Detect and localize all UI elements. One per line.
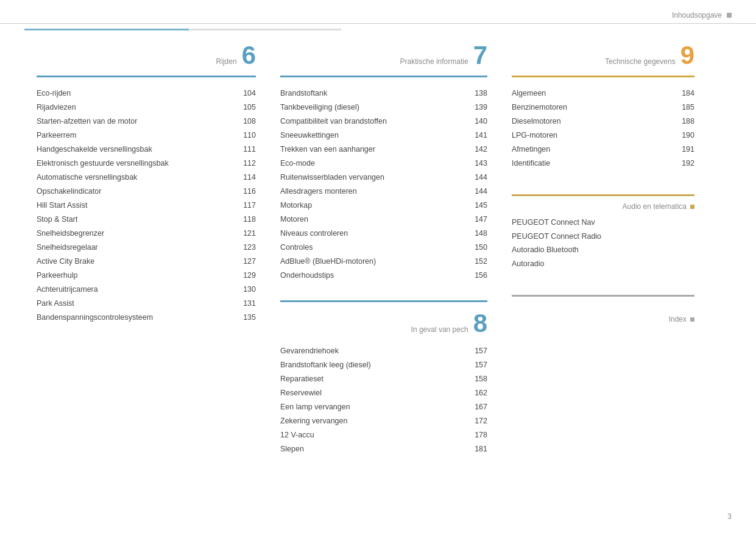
audio-items: PEUGEOT Connect Nav PEUGEOT Connect Radi… <box>512 216 694 270</box>
toc-item: Brandstoftank 138 <box>280 86 487 100</box>
toc-item: Algemeen 184 <box>512 86 694 100</box>
technisch-number: 9 <box>680 43 694 68</box>
toc-item: Slepen 181 <box>280 442 487 456</box>
toc-item: Automatische versnellingsbak 114 <box>37 170 256 184</box>
rijden-number: 6 <box>242 43 256 68</box>
toc-item: Gevarendriehoek 157 <box>280 344 487 358</box>
praktische-title: Praktische informatie <box>280 57 468 66</box>
toc-item: Zekering vervangen 172 <box>280 414 487 428</box>
section-index: Index <box>512 295 694 323</box>
technisch-bar <box>512 76 694 77</box>
toc-item: Tankbeveiliging (diesel) 139 <box>280 100 487 114</box>
toc-item: Afmetingen 191 <box>512 142 694 156</box>
toc-item: Reservewiel 162 <box>280 386 487 400</box>
index-square-icon <box>690 317 694 322</box>
audio-item: PEUGEOT Connect Radio <box>512 230 694 244</box>
section-pech: In geval van pech 8 Gevarendriehoek 157 … <box>280 300 487 456</box>
toc-item: Starten-afzetten van de motor 108 <box>37 114 256 128</box>
pech-title: In geval van pech <box>280 325 468 334</box>
technisch-title: Technische gegevens <box>512 57 676 66</box>
toc-item: 12 V-accu 178 <box>280 428 487 442</box>
toc-item: Allesdragers monteren 144 <box>280 184 487 198</box>
praktische-header: Praktische informatie 7 <box>280 43 487 68</box>
toc-item: Reparatieset 158 <box>280 372 487 386</box>
toc-item: Motorkap 145 <box>280 198 487 212</box>
toc-item: Eco-mode 143 <box>280 156 487 170</box>
toc-item: Parkeerrem 110 <box>37 128 256 142</box>
praktische-bar <box>280 76 487 77</box>
toc-item: Handgeschakelde versnellingsbak 111 <box>37 142 256 156</box>
section-audio: Audio en telematica PEUGEOT Connect Nav … <box>512 194 694 270</box>
section-technisch: Technische gegevens 9 Algemeen 184 Benzi… <box>500 43 694 456</box>
audio-square-icon <box>690 205 694 209</box>
toc-item: Niveaus controleren 148 <box>280 226 487 240</box>
praktische-number: 7 <box>473 43 487 68</box>
index-title: Index <box>669 315 687 323</box>
toc-item: Rijadviezen 105 <box>37 100 256 114</box>
pech-number: 8 <box>473 311 487 336</box>
toc-item: Benzinemotoren 185 <box>512 100 694 114</box>
toc-item: Snelheidsregelaar 123 <box>37 240 256 254</box>
praktische-toc-list: Brandstoftank 138 Tankbeveiliging (diese… <box>280 86 487 282</box>
toc-item: Dieselmotoren 188 <box>512 114 694 128</box>
toc-item: Een lamp vervangen 167 <box>280 400 487 414</box>
toc-item: Brandstoftank leeg (diesel) 157 <box>280 358 487 372</box>
toc-item-park-assist: Park Assist 131 <box>37 296 256 310</box>
section-praktische: Praktische informatie 7 Brandstoftank 13… <box>268 43 500 456</box>
toc-item: Elektronisch gestuurde versnellingsbak 1… <box>37 156 256 170</box>
toc-item: Stop & Start 118 <box>37 212 256 226</box>
toc-item: Sneeuwkettingen 141 <box>280 128 487 142</box>
pech-header: In geval van pech 8 <box>280 311 487 336</box>
toc-item: Parkeerhulp 129 <box>37 268 256 282</box>
page-number: 3 <box>727 512 732 521</box>
technisch-toc-list: Algemeen 184 Benzinemotoren 185 Dieselmo… <box>512 86 694 170</box>
toc-item: Eco-rijden 104 <box>37 86 256 100</box>
audio-bar <box>512 194 694 196</box>
toc-item: Identificatie 192 <box>512 156 694 170</box>
main-content: Rijden 6 Eco-rijden 104 Rijadviezen 105 … <box>0 30 756 468</box>
page-header: Inhoudsopgave <box>0 0 756 24</box>
header-title: Inhoudsopgave <box>672 11 722 19</box>
toc-item-active-city-brake: Active City Brake 127 <box>37 254 256 268</box>
section-rijden: Rijden 6 Eco-rijden 104 Rijadviezen 105 … <box>37 43 268 456</box>
toc-item: LPG-motoren 190 <box>512 128 694 142</box>
toc-item: Controles 150 <box>280 240 487 254</box>
toc-item: Compatibiliteit van brandstoffen 140 <box>280 114 487 128</box>
toc-item: Ruitenwisserbladen vervangen 144 <box>280 170 487 184</box>
audio-item: Autoradio <box>512 257 694 271</box>
rijden-toc-list: Eco-rijden 104 Rijadviezen 105 Starten-a… <box>37 86 256 324</box>
toc-item: Achteruitrijcamera 130 <box>37 282 256 296</box>
toc-item: Opschakelindicator 116 <box>37 184 256 198</box>
toc-item: AdBlue® (BlueHDi-motoren) 152 <box>280 254 487 268</box>
audio-title: Audio en telematica <box>623 202 687 211</box>
rijden-bar <box>37 76 256 77</box>
toc-item: Snelheidsbegrenzer 121 <box>37 226 256 240</box>
rijden-header: Rijden 6 <box>37 43 256 68</box>
rijden-title: Rijden <box>37 57 237 66</box>
toc-item: Trekken van een aanhanger 142 <box>280 142 487 156</box>
toc-item: Onderhoudstips 156 <box>280 268 487 282</box>
index-bar <box>512 295 694 297</box>
toc-item: Bandenspanningscontrolesysteem 135 <box>37 310 256 324</box>
header-square-icon <box>727 13 732 18</box>
audio-item: PEUGEOT Connect Nav <box>512 216 694 230</box>
toc-item-hill-start-assist: Hill Start Assist 117 <box>37 198 256 212</box>
technisch-header: Technische gegevens 9 <box>512 43 694 68</box>
toc-item: Motoren 147 <box>280 212 487 226</box>
audio-item: Autoradio Bluetooth <box>512 243 694 257</box>
pech-toc-list: Gevarendriehoek 157 Brandstoftank leeg (… <box>280 344 487 456</box>
pech-bar <box>280 300 487 302</box>
